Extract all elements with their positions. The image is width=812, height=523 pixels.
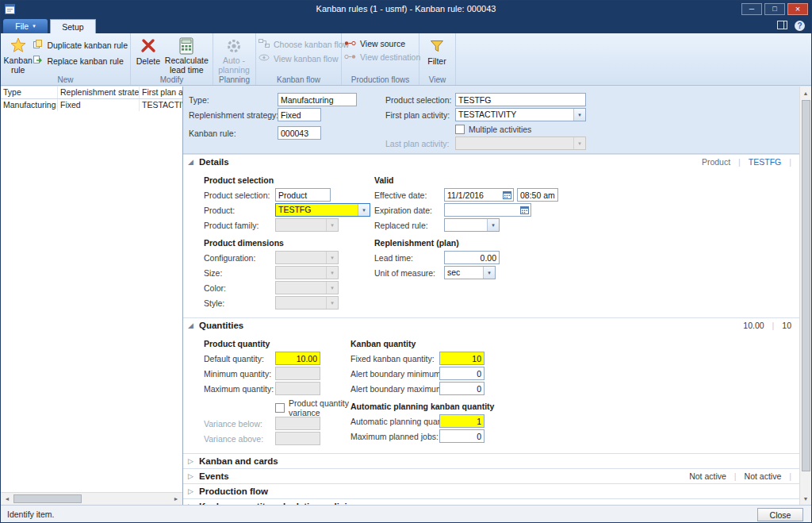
- section-header-kanban-and-cards[interactable]: ▷ Kanban and cards: [183, 453, 799, 468]
- expiration-date-field[interactable]: [445, 204, 518, 216]
- ribbon-group-label-kanban-flow: Kanban flow: [256, 75, 341, 84]
- first-plan-activity-combo[interactable]: TESTACTIVITY ▾: [455, 108, 586, 121]
- expiration-date-picker[interactable]: [444, 203, 531, 217]
- recalculate-lead-time-button[interactable]: Recalculate lead time: [163, 35, 210, 75]
- replenishment-strategy-field[interactable]: [278, 108, 321, 121]
- grid-column-replenishment-strategy[interactable]: Replenishment strategy: [58, 87, 140, 98]
- help-icon[interactable]: ?: [795, 21, 805, 31]
- file-menu-button[interactable]: File ▾: [3, 19, 48, 33]
- chevron-down-icon[interactable]: ▾: [358, 204, 370, 216]
- maximize-icon[interactable]: □: [764, 3, 785, 15]
- duplicate-kanban-rule-button[interactable]: Duplicate kanban rule: [33, 39, 128, 51]
- calendar-icon[interactable]: [518, 204, 530, 216]
- product-value: TESTFG: [276, 204, 358, 216]
- minimize-icon[interactable]: ─: [741, 3, 762, 15]
- chevron-down-icon[interactable]: ▾: [483, 267, 495, 279]
- quantities-summary-default: 10.00: [743, 321, 764, 330]
- new-kanban-rule-icon: [10, 36, 27, 56]
- automatic-planning-quantity-label: Automatic planning quantity:: [350, 417, 439, 426]
- chevron-down-icon: ▾: [326, 252, 338, 263]
- maximum-quantity-label: Maximum quantity:: [204, 384, 275, 394]
- cell-activity: TESTACTIVIT: [140, 99, 182, 111]
- maximum-quantity-field: [275, 382, 320, 395]
- color-value: [276, 282, 326, 294]
- product-selection-head-field[interactable]: [455, 93, 586, 106]
- auto-planning-button: Auto - planning: [216, 35, 252, 75]
- configuration-combo: ▾: [275, 251, 339, 264]
- view-destination-label: View destination: [360, 52, 420, 62]
- default-quantity-field[interactable]: [275, 352, 320, 365]
- effective-date-picker[interactable]: [444, 188, 514, 202]
- kanban-rule-number-field[interactable]: [278, 126, 321, 140]
- effective-time-field[interactable]: [517, 188, 558, 202]
- grid-column-first-plan-activity[interactable]: First plan ac: [140, 87, 182, 98]
- size-value: [276, 267, 326, 279]
- alert-boundary-minimum-field[interactable]: [439, 367, 485, 380]
- product-quantity-variance-checkbox[interactable]: [275, 403, 285, 413]
- choose-kanban-flow-button: Choose kanban flow: [259, 39, 339, 49]
- filter-button[interactable]: Filter: [422, 35, 452, 75]
- lead-time-field[interactable]: [444, 251, 500, 264]
- filter-label: Filter: [427, 56, 446, 66]
- delete-icon: [140, 36, 156, 56]
- calendar-icon[interactable]: [500, 189, 513, 201]
- group-title-product-selection: Product selection: [204, 175, 374, 185]
- ribbon-group-planning: Auto - planning Planning: [213, 33, 256, 85]
- chevron-down-icon[interactable]: ▾: [487, 219, 499, 231]
- view-source-button[interactable]: View source: [344, 39, 416, 48]
- form-vertical-scrollbar[interactable]: ▲ ▼: [799, 87, 811, 505]
- tab-setup[interactable]: Setup: [50, 19, 96, 33]
- chevron-down-icon: ▾: [33, 23, 36, 29]
- duplicate-icon: [33, 39, 43, 51]
- section-header-details[interactable]: ◢ Details Product | TESTFG |: [183, 154, 799, 169]
- tab-row-icons: ?: [777, 21, 805, 31]
- kanban-rule-button[interactable]: Kanban rule: [3, 35, 33, 75]
- chevron-down-icon: ▾: [326, 267, 338, 279]
- close-icon[interactable]: ×: [787, 3, 808, 15]
- scroll-up-icon[interactable]: ▲: [799, 87, 811, 99]
- details-title: Details: [199, 157, 229, 167]
- title-bar: Kanban rules (1 - usmf) - Kanban rule: 0…: [1, 1, 811, 17]
- chevron-down-icon[interactable]: ▾: [573, 109, 585, 121]
- summary-separator: |: [772, 321, 775, 330]
- ribbon-group-label-view: View: [419, 75, 455, 84]
- unit-of-measure-combo[interactable]: sec▾: [444, 266, 496, 279]
- product-selection-field[interactable]: [275, 188, 331, 202]
- multiple-activities-checkbox[interactable]: [455, 125, 465, 134]
- expand-icon: ▷: [188, 472, 199, 480]
- grid-horizontal-scrollbar[interactable]: ◄ ►: [1, 492, 182, 505]
- effective-date-field[interactable]: [445, 189, 500, 201]
- ribbon-group-label-modify: Modify: [131, 75, 213, 84]
- events-summary-2: Not active: [745, 471, 782, 481]
- product-combo[interactable]: TESTFG ▾: [275, 203, 370, 217]
- section-header-production-flow[interactable]: ▷ Production flow: [183, 483, 799, 498]
- filter-icon: [429, 36, 445, 56]
- alert-boundary-maximum-field[interactable]: [439, 382, 485, 395]
- grid-header-row: Type Replenishment strategy First plan a…: [1, 87, 182, 99]
- automatic-planning-quantity-field[interactable]: [439, 414, 485, 428]
- scroll-down-icon[interactable]: ▼: [799, 492, 811, 505]
- section-header-kanban-quantity-calculation-policies[interactable]: ▷ Kanban quantity calculation policies: [183, 498, 799, 505]
- status-text: Identify item.: [7, 510, 55, 519]
- style-label: Style:: [204, 298, 275, 308]
- replace-kanban-rule-button[interactable]: Replace kanban rule: [33, 55, 128, 67]
- table-row[interactable]: Manufacturing Fixed TESTACTIVIT: [1, 99, 182, 111]
- vertical-scroll-thumb[interactable]: [802, 100, 810, 471]
- quantities-summary: 10.00 | 10: [743, 321, 791, 330]
- delete-button[interactable]: Delete: [133, 35, 163, 75]
- layout-icon[interactable]: [777, 21, 787, 31]
- section-header-events[interactable]: ▷ Events Not active | Not active |: [183, 468, 799, 483]
- recalculate-label: Recalculate lead time: [163, 56, 210, 75]
- fixed-kanban-quantity-field[interactable]: [439, 352, 485, 365]
- scroll-left-icon[interactable]: ◄: [1, 493, 13, 506]
- scroll-right-icon[interactable]: ►: [170, 493, 182, 506]
- grid-column-type[interactable]: Type: [1, 87, 58, 98]
- close-button[interactable]: Close: [757, 508, 803, 521]
- horizontal-scroll-thumb[interactable]: [13, 494, 82, 503]
- ribbon-group-new: Kanban rule Duplicate kanban rule Replac…: [1, 33, 131, 85]
- replaced-rule-combo[interactable]: ▾: [444, 218, 500, 232]
- maximum-planned-jobs-field[interactable]: [439, 429, 485, 443]
- type-field[interactable]: [278, 93, 357, 106]
- replenishment-strategy-label: Replenishment strategy:: [189, 110, 278, 120]
- section-header-quantities[interactable]: ◢ Quantities 10.00 | 10: [183, 317, 799, 333]
